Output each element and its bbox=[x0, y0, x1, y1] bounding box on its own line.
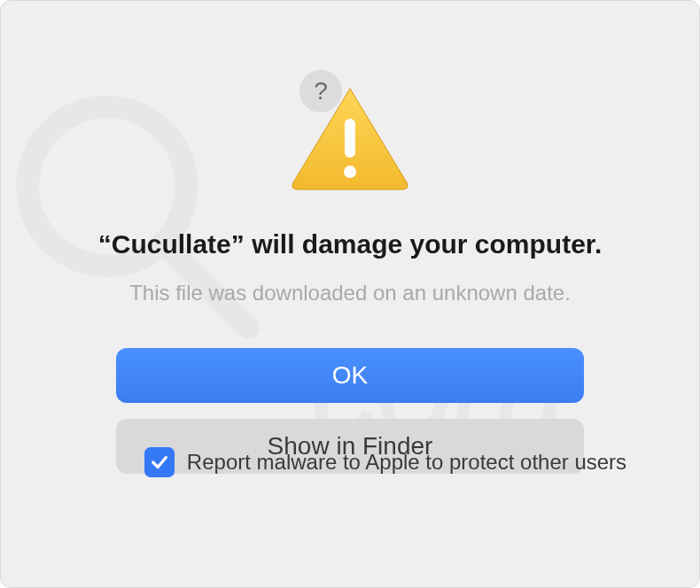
ok-button[interactable]: OK bbox=[116, 348, 584, 403]
report-malware-row: Report malware to Apple to protect other… bbox=[144, 447, 626, 477]
warning-icon bbox=[288, 83, 412, 194]
dialog-title: “Cucullate” will damage your computer. bbox=[63, 228, 637, 261]
report-malware-label: Report malware to Apple to protect other… bbox=[187, 450, 626, 475]
dialog-subtitle: This file was downloaded on an unknown d… bbox=[94, 281, 606, 306]
checkmark-icon bbox=[150, 453, 169, 472]
svg-rect-3 bbox=[345, 119, 355, 158]
gatekeeper-dialog: .com ? “Cucullate” will damage your comp… bbox=[0, 0, 700, 588]
svg-point-4 bbox=[344, 166, 356, 178]
report-malware-checkbox[interactable] bbox=[144, 447, 175, 477]
